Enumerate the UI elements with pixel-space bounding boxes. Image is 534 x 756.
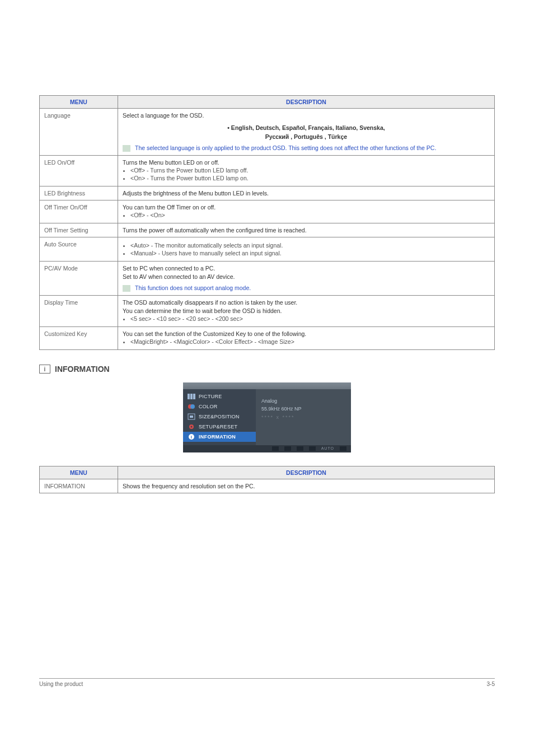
desc-cell-custom-key: You can set the function of the Customiz… [118, 327, 495, 350]
osd-item-label: SETUP&RESET [199, 424, 237, 430]
language-note: The selected language is only applied to… [123, 144, 490, 152]
table-row: Off Timer Setting Turns the power off au… [40, 223, 495, 237]
led-onoff-b1: <Off> - Turns the Power button LED lamp … [130, 167, 490, 174]
table-row: Customized Key You can set the function … [40, 327, 495, 350]
desc-cell-display-time: The OSD automatically disappears if no a… [118, 296, 495, 327]
desc-cell-led-brightness: Adjusts the brightness of the Menu butto… [118, 186, 495, 200]
custom-key-l1: You can set the function of the Customiz… [123, 330, 490, 337]
off-timer-intro: You can turn the Off Timer on or off. [123, 204, 490, 211]
osd-info-freq: 55.9kHz 60Hz NP [261, 405, 345, 413]
osd-item-label: SIZE&POSITION [199, 414, 240, 419]
osd-info-pane: Analog 55.9kHz 60Hz NP **** x **** [256, 389, 351, 445]
led-onoff-intro: Turns the Menu button LED on or off. [123, 159, 490, 166]
table-row: Display Time The OSD automatically disap… [40, 296, 495, 327]
menu-cell-led-onoff: LED On/Off [40, 156, 118, 186]
table-row: LED On/Off Turns the Menu button LED on … [40, 156, 495, 186]
osd-item-sizeposition: SIZE&POSITION [183, 412, 256, 422]
osd-panel: PICTURE COLOR SIZE&POSITION [183, 382, 351, 452]
language-list-2: Русский , Português , Türkçe [123, 133, 490, 140]
th-desc: DESCRIPTION [118, 96, 495, 109]
picture-icon [188, 393, 195, 400]
pcav-note: This function does not support analog mo… [123, 284, 490, 292]
menu-cell-auto-source: Auto Source [40, 237, 118, 262]
menu-cell-language: Language [40, 109, 118, 156]
th-menu: MENU [40, 96, 118, 109]
page-footer: Using the product 3-5 [39, 678, 495, 687]
information-heading: i INFORMATION [39, 365, 495, 374]
info-icon: i [188, 433, 195, 440]
pcav-note-text: This function does not support analog mo… [135, 284, 251, 291]
display-time-l1: The OSD automatically disappears if no a… [123, 299, 490, 306]
sizeposition-icon [188, 413, 195, 420]
osd-item-information: i INFORMATION [183, 432, 256, 442]
table-row: PC/AV Mode Set to PC when connected to a… [40, 262, 495, 296]
display-time-b1: <5 sec> - <10 sec> - <20 sec> - <200 sec… [130, 315, 490, 322]
desc-cell-language: Select a language for the OSD. • English… [118, 109, 495, 156]
language-note-text: The selected language is only applied to… [135, 144, 436, 151]
desc-cell-led-onoff: Turns the Menu button LED on or off. <Of… [118, 156, 495, 186]
desc-cell-auto-source: <Auto> - The monitor automatically selec… [118, 237, 495, 262]
note-icon [123, 145, 130, 152]
osd-info-mode: Analog [261, 397, 345, 405]
language-intro: Select a language for the OSD. [123, 112, 490, 119]
color-icon [188, 403, 195, 410]
svg-point-8 [191, 426, 193, 428]
table-row: Auto Source <Auto> - The monitor automat… [40, 237, 495, 262]
info-heading-text: INFORMATION [55, 365, 110, 374]
osd-menu-table: MENU DESCRIPTION Language Select a langu… [39, 95, 495, 350]
osd-item-label: INFORMATION [199, 434, 236, 440]
custom-key-b1: <MagicBright> - <MagicColor> - <Color Ef… [130, 338, 490, 345]
osd-bottom-bar: AUTO [183, 445, 351, 452]
osd-nav-icon [284, 446, 291, 451]
osd-item-picture: PICTURE [183, 391, 256, 402]
menu-cell-information: INFORMATION [40, 479, 118, 493]
information-table: MENU DESCRIPTION INFORMATION Shows the f… [39, 466, 495, 493]
menu-cell-display-time: Display Time [40, 296, 118, 327]
osd-nav-icon [340, 446, 346, 451]
menu-cell-led-brightness: LED Brightness [40, 186, 118, 200]
desc-cell-pcav: Set to PC when connected to a PC. Set to… [118, 262, 495, 296]
table-row: INFORMATION Shows the frequency and reso… [40, 479, 495, 493]
osd-item-setupreset: SETUP&RESET [183, 422, 256, 432]
svg-rect-0 [188, 394, 190, 399]
menu-cell-off-timer-onoff: Off Timer On/Off [40, 200, 118, 223]
language-list-1: • English, Deutsch, Español, Français, I… [123, 124, 490, 131]
pcav-l1: Set to PC when connected to a PC. [123, 265, 490, 272]
footer-right: 3-5 [487, 681, 495, 687]
osd-item-label: COLOR [199, 404, 218, 409]
display-time-l2: You can determine the time to wait befor… [123, 307, 490, 314]
auto-source-b2: <Manual> - Users have to manually select… [130, 250, 490, 256]
osd-nav-icon [297, 446, 303, 451]
svg-rect-6 [190, 416, 193, 418]
osd-item-label: PICTURE [199, 394, 222, 399]
th-desc: DESCRIPTION [118, 466, 495, 479]
osd-info-res: **** x **** [261, 413, 345, 421]
svg-point-4 [190, 404, 195, 409]
desc-cell-off-timer-onoff: You can turn the Off Timer on or off. <O… [118, 200, 495, 223]
footer-left: Using the product [39, 681, 83, 687]
desc-cell-information: Shows the frequency and resolution set o… [118, 479, 495, 493]
info-heading-icon: i [39, 365, 50, 374]
pcav-l2: Set to AV when connected to an AV device… [123, 273, 490, 280]
svg-rect-1 [190, 394, 193, 399]
table-row: Off Timer On/Off You can turn the Off Ti… [40, 200, 495, 223]
osd-nav-icon [272, 446, 279, 451]
osd-auto-label: AUTO [321, 446, 334, 451]
menu-cell-pcav: PC/AV Mode [40, 262, 118, 296]
gear-icon [188, 423, 195, 430]
menu-cell-off-timer-setting: Off Timer Setting [40, 223, 118, 237]
osd-menu-list: PICTURE COLOR SIZE&POSITION [183, 389, 256, 445]
th-menu: MENU [40, 466, 118, 479]
osd-nav-icon [309, 446, 316, 451]
off-timer-b1: <Off> - <On> [130, 212, 490, 218]
table-row: Language Select a language for the OSD. … [40, 109, 495, 156]
desc-cell-off-timer-setting: Turns the power off automatically when t… [118, 223, 495, 237]
svg-rect-2 [193, 394, 195, 399]
osd-item-color: COLOR [183, 402, 256, 412]
svg-text:i: i [191, 435, 193, 440]
table-row: LED Brightness Adjusts the brightness of… [40, 186, 495, 200]
led-onoff-b2: <On> - Turns the Power button LED lamp o… [130, 175, 490, 181]
note-icon [123, 285, 130, 292]
auto-source-b1: <Auto> - The monitor automatically selec… [130, 242, 490, 249]
osd-titlebar [183, 382, 351, 389]
